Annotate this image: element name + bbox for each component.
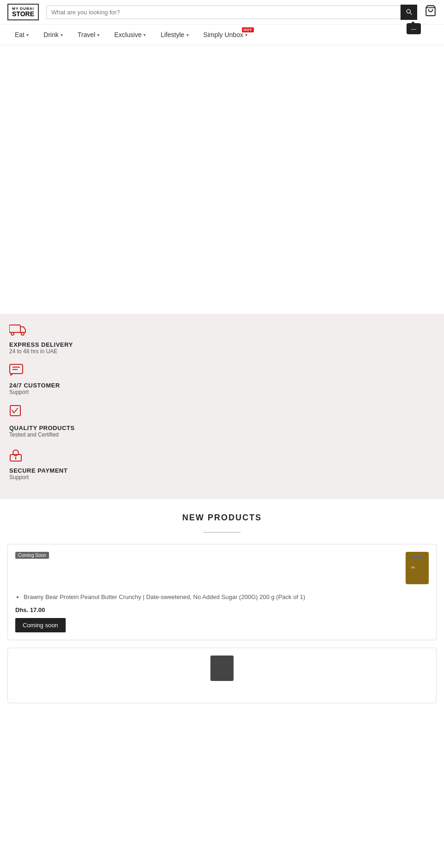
truck-icon bbox=[9, 323, 435, 339]
svg-rect-1 bbox=[9, 325, 20, 332]
svg-point-3 bbox=[21, 332, 24, 335]
jar-image: PB bbox=[409, 556, 426, 581]
chevron-down-icon: ▾ bbox=[143, 32, 146, 37]
product-price: Dhs. 17.00 bbox=[15, 606, 429, 613]
feature-subtitle: 24 to 48 hrs in UAE bbox=[9, 348, 435, 355]
chevron-down-icon: ▾ bbox=[97, 32, 99, 37]
chevron-down-icon: ▾ bbox=[26, 32, 29, 37]
svg-rect-12 bbox=[412, 556, 423, 558]
logo-main-text: STORE bbox=[12, 11, 34, 18]
feature-title: EXPRESS DELIVERY bbox=[9, 341, 435, 348]
chat-popup-text: — bbox=[411, 26, 416, 31]
feature-title: SECURE PAYMENT bbox=[9, 467, 435, 474]
chevron-down-icon: ▾ bbox=[245, 32, 247, 37]
cart-icon bbox=[425, 5, 437, 17]
quality-icon bbox=[9, 405, 435, 423]
chat-popup: — bbox=[407, 23, 421, 34]
feature-title: QUALITY PRODUCTS bbox=[9, 425, 435, 431]
nav-item-simply-unbox[interactable]: HOT Simply Unbox ▾ bbox=[196, 25, 255, 45]
product-bullet-list: Brawny Bear Protein Peanut Butter Crunch… bbox=[15, 593, 429, 602]
cart-button[interactable] bbox=[425, 5, 437, 19]
site-header: MY DUBAI STORE — bbox=[0, 0, 444, 25]
secure-icon bbox=[9, 447, 435, 465]
nav-item-exclusive[interactable]: Exclusive ▾ bbox=[107, 25, 153, 45]
product-card: PB Coming Soon Brawny Bear Protein Peanu… bbox=[7, 544, 437, 640]
lock-icon bbox=[9, 447, 22, 462]
new-products-section: NEW PRODUCTS PB Coming Soon Brawny Bear … bbox=[0, 499, 444, 724]
hero-area bbox=[0, 45, 444, 314]
chevron-down-icon: ▾ bbox=[61, 32, 63, 37]
feature-subtitle: Support bbox=[9, 389, 435, 395]
quality-shield-icon bbox=[9, 405, 24, 419]
product-card-2 bbox=[7, 648, 437, 703]
product-name: Brawny Bear Protein Peanut Butter Crunch… bbox=[24, 593, 429, 602]
search-icon bbox=[405, 8, 413, 15]
delivery-truck-icon bbox=[9, 323, 27, 336]
coming-soon-button[interactable]: Coming soon bbox=[15, 618, 66, 632]
search-button[interactable] bbox=[401, 5, 417, 20]
coming-soon-tag: Coming Soon bbox=[15, 552, 49, 559]
feature-secure-payment: SECURE PAYMENT Support bbox=[9, 447, 435, 481]
section-divider bbox=[204, 532, 240, 533]
feature-quality-products: QUALITY PRODUCTS Tested and Certified bbox=[9, 405, 435, 438]
chat-bubble-icon bbox=[9, 364, 24, 377]
product-image-area: PB bbox=[15, 552, 429, 589]
chat-icon bbox=[9, 364, 435, 380]
search-input[interactable] bbox=[46, 6, 401, 19]
feature-subtitle: Tested and Certified bbox=[9, 431, 435, 438]
svg-point-2 bbox=[11, 332, 14, 335]
product-image-2 bbox=[210, 656, 234, 681]
feature-subtitle: Support bbox=[9, 474, 435, 481]
feature-customer-support: 24/7 CUSTOMER Support bbox=[9, 364, 435, 395]
main-nav: Eat ▾ Drink ▾ Travel ▾ Exclusive ▾ Lifes… bbox=[0, 25, 444, 45]
features-bar: EXPRESS DELIVERY 24 to 48 hrs in UAE 24/… bbox=[0, 314, 444, 499]
feature-express-delivery: EXPRESS DELIVERY 24 to 48 hrs in UAE bbox=[9, 323, 435, 355]
product-image: PB bbox=[406, 552, 429, 584]
new-products-title: NEW PRODUCTS bbox=[7, 513, 437, 523]
nav-item-lifestyle[interactable]: Lifestyle ▾ bbox=[153, 25, 196, 45]
feature-title: 24/7 CUSTOMER bbox=[9, 382, 435, 389]
nav-item-eat[interactable]: Eat ▾ bbox=[7, 25, 36, 45]
nav-item-travel[interactable]: Travel ▾ bbox=[70, 25, 107, 45]
site-logo[interactable]: MY DUBAI STORE bbox=[7, 4, 39, 20]
nav-item-drink[interactable]: Drink ▾ bbox=[36, 25, 70, 45]
svg-text:PB: PB bbox=[411, 566, 415, 569]
chevron-down-icon: ▾ bbox=[186, 32, 189, 37]
hot-badge: HOT bbox=[242, 27, 254, 32]
